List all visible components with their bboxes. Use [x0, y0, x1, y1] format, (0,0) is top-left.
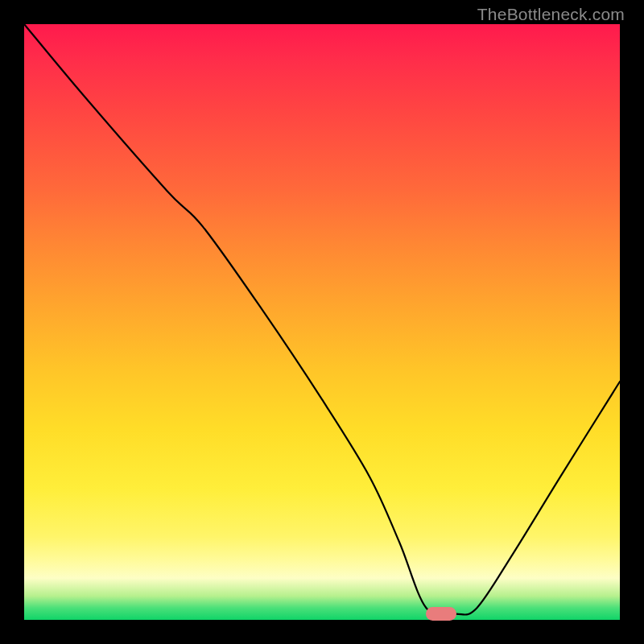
watermark-text: TheBottleneck.com: [477, 5, 625, 24]
bottleneck-curve: [24, 24, 620, 620]
chart-frame: TheBottleneck.com: [0, 0, 644, 644]
plot-area: [24, 24, 620, 620]
optimum-marker: [426, 607, 456, 621]
